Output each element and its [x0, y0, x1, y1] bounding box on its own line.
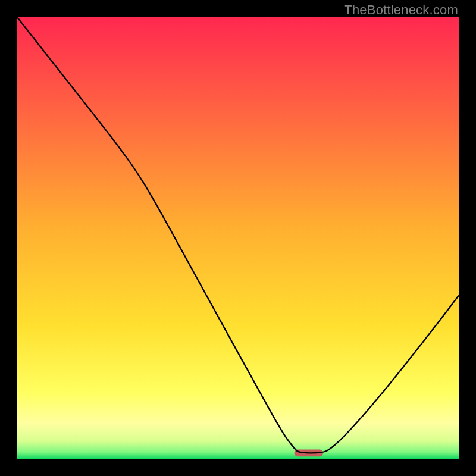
gradient-background [17, 17, 459, 459]
watermark-text: TheBottleneck.com [344, 2, 458, 18]
chart-frame [17, 17, 459, 459]
bottleneck-chart [17, 17, 459, 459]
